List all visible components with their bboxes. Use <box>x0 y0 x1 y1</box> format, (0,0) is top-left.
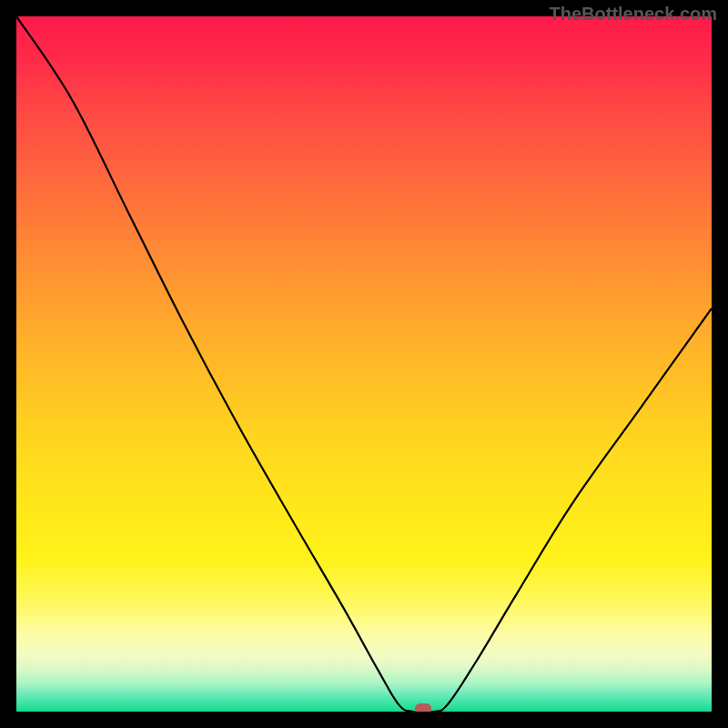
chart-plot-area <box>16 16 712 712</box>
optimal-point-marker <box>415 703 431 712</box>
watermark-text: TheBottleneck.com <box>550 4 717 25</box>
bottleneck-curve <box>16 16 712 712</box>
